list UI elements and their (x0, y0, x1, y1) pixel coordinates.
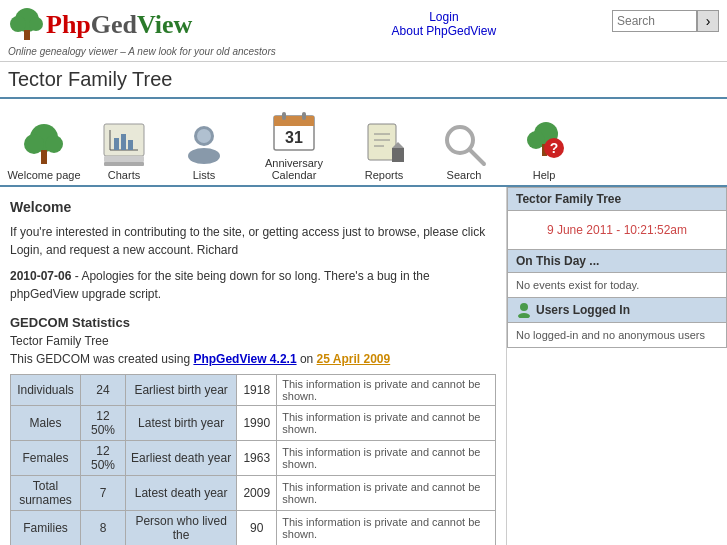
svg-point-6 (45, 135, 63, 153)
svg-point-18 (197, 129, 211, 143)
update-message: - Apologies for the site being down for … (10, 269, 430, 301)
page-title-bar: Tector Family Tree (0, 62, 727, 99)
phpgedview-link[interactable]: PhpGedView 4.2.1 (193, 352, 296, 366)
update-date: 2010-07-06 (10, 269, 71, 283)
on-this-day-section: On This Day ... No events exist for toda… (507, 250, 727, 298)
svg-point-2 (10, 16, 26, 32)
stat-value-females: 1250% (81, 441, 126, 476)
search-button[interactable]: › (697, 10, 719, 32)
no-users-text: No logged-in and no anonymous users (516, 329, 718, 341)
logo-text: PhpGedView (46, 10, 192, 40)
logo-tree-icon (8, 6, 46, 44)
svg-marker-28 (392, 148, 404, 162)
gedcom-created: This GEDCOM was created using PhpGedView… (10, 352, 496, 366)
svg-rect-7 (41, 150, 47, 164)
svg-rect-13 (128, 140, 133, 150)
gedcom-on: on (297, 352, 317, 366)
svg-rect-22 (302, 112, 306, 120)
logo-area: PhpGedView Online genealogy viewer – A n… (8, 6, 276, 57)
stat-label-individuals: Individuals (11, 375, 81, 406)
nav-lists-label: Lists (193, 169, 216, 181)
nav-search-label: Search (447, 169, 482, 181)
nav-charts-label: Charts (108, 169, 140, 181)
page-title: Tector Family Tree (8, 68, 719, 91)
stats-table: Individuals 24 Earliest birth year 1918 … (10, 374, 496, 545)
svg-rect-20 (274, 116, 314, 126)
table-row: Families 8 Person who lived the 90 This … (11, 511, 496, 546)
stat-name-latest-death: Latest death year (126, 476, 237, 511)
help-icon: ? (519, 119, 569, 169)
on-this-day-content: No events exist for today. (508, 273, 726, 297)
logo-php: Php (46, 10, 91, 39)
logo-image: PhpGedView (8, 6, 276, 44)
welcome-text: If you're interested in contributing to … (10, 223, 496, 259)
stat-info-latest-birth: This information is private and cannot b… (277, 406, 496, 441)
nav-help-label: Help (533, 169, 556, 181)
gedcom-date-link[interactable]: 25 April 2009 (317, 352, 391, 366)
svg-rect-24 (368, 124, 396, 160)
welcome-icon (19, 119, 69, 169)
update-text: 2010-07-06 - Apologies for the site bein… (10, 267, 496, 303)
nav-reports[interactable]: Reports (344, 119, 424, 181)
users-title: Users Logged In (508, 298, 726, 323)
gedcom-name: Tector Family Tree (10, 334, 496, 348)
svg-point-17 (188, 148, 220, 164)
nav-reports-label: Reports (365, 169, 404, 181)
stat-year-earliest-birth: 1918 (237, 375, 277, 406)
nav-search[interactable]: Search (424, 119, 504, 181)
logo-view: View (137, 10, 192, 39)
nav-icons: Welcome page Charts Lists (0, 99, 727, 187)
lists-icon (179, 119, 229, 169)
stat-value-males: 1250% (81, 406, 126, 441)
table-row: Total surnames 7 Latest death year 2009 … (11, 476, 496, 511)
stat-name-earliest-birth: Earliest birth year (126, 375, 237, 406)
stat-value-surnames: 7 (81, 476, 126, 511)
logo-ged: Ged (91, 10, 137, 39)
stat-value-families: 8 (81, 511, 126, 546)
welcome-heading: Welcome (10, 199, 496, 215)
nav-lists[interactable]: Lists (164, 119, 244, 181)
stat-label-males: Males (11, 406, 81, 441)
stat-label-families: Families (11, 511, 81, 546)
tagline: Online genealogy viewer – A new look for… (8, 46, 276, 57)
login-link[interactable]: Login (429, 10, 458, 24)
stat-info-longest-lived: This information is private and cannot b… (277, 511, 496, 546)
table-row: Individuals 24 Earliest birth year 1918 … (11, 375, 496, 406)
stat-label-surnames: Total surnames (11, 476, 81, 511)
svg-point-3 (29, 17, 43, 31)
users-logged-in-section: Users Logged In No logged-in and no anon… (507, 298, 727, 348)
svg-rect-1 (24, 30, 30, 40)
stat-year-latest-death: 2009 (237, 476, 277, 511)
reports-icon (359, 119, 409, 169)
family-tree-section: Tector Family Tree 9 June 2011 - 10:21:5… (507, 187, 727, 250)
left-panel: Welcome If you're interested in contribu… (0, 187, 507, 545)
svg-rect-21 (282, 112, 286, 120)
svg-rect-14 (104, 156, 144, 162)
family-tree-title: Tector Family Tree (508, 188, 726, 211)
charts-icon (99, 119, 149, 169)
stat-info-earliest-death: This information is private and cannot b… (277, 441, 496, 476)
search-area: › (612, 10, 719, 32)
nav-welcome[interactable]: Welcome page (4, 119, 84, 181)
stat-info-latest-death: This information is private and cannot b… (277, 476, 496, 511)
svg-rect-11 (114, 138, 119, 150)
users-content: No logged-in and no anonymous users (508, 323, 726, 347)
nav-charts[interactable]: Charts (84, 119, 164, 181)
header: PhpGedView Online genealogy viewer – A n… (0, 0, 727, 62)
right-panel: Tector Family Tree 9 June 2011 - 10:21:5… (507, 187, 727, 545)
stat-name-earliest-death: Earliest death year (126, 441, 237, 476)
nav-help[interactable]: ? Help (504, 119, 584, 181)
nav-calendar[interactable]: 31 Anniversary Calendar (244, 107, 344, 181)
search-input[interactable] (612, 10, 697, 32)
nav-links: Login About PhpGedView (392, 10, 497, 38)
main-layout: Welcome If you're interested in contribu… (0, 187, 727, 545)
calendar-icon: 31 (269, 107, 319, 157)
nav-welcome-label: Welcome page (7, 169, 80, 181)
gedcom-created-prefix: This GEDCOM was created using (10, 352, 193, 366)
svg-text:31: 31 (285, 129, 303, 146)
svg-rect-15 (104, 162, 144, 166)
about-link[interactable]: About PhpGedView (392, 24, 497, 38)
stat-name-longest-lived: Person who lived the (126, 511, 237, 546)
stat-info-earliest-birth: This information is private and cannot b… (277, 375, 496, 406)
stat-label-females: Females (11, 441, 81, 476)
